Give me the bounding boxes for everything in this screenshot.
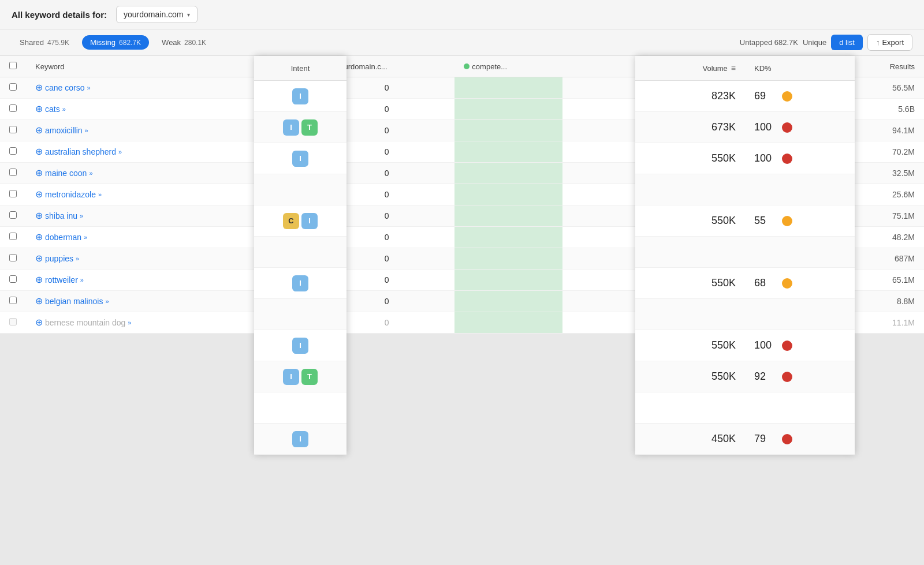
com-cell: 0.78 <box>784 248 848 270</box>
table-row: ⊕ amoxicillin »00.4894.1M <box>0 120 924 141</box>
kd-value-row: 100 <box>745 339 855 351</box>
main-container: All keyword details for: yourdomain.com … <box>0 0 924 565</box>
competitor-rank-cell <box>454 77 562 99</box>
row-checkbox[interactable] <box>9 297 17 304</box>
kd-difficulty-dot <box>782 341 792 351</box>
keyword-link[interactable]: ⊕ belgian malinois » <box>35 297 217 306</box>
intent-cell <box>226 163 319 184</box>
kd-value-row: 79 <box>745 433 855 445</box>
row-checkbox-cell <box>0 99 26 120</box>
export-label: Export <box>882 38 904 47</box>
competitor-rank-cell <box>454 120 562 141</box>
keyword-link[interactable]: ⊕ amoxicillin » <box>35 126 217 135</box>
export-icon: ↑ <box>876 38 880 47</box>
row-checkbox[interactable] <box>9 318 17 325</box>
competitor-rank-cell <box>454 248 562 270</box>
row-checkbox-cell <box>0 77 26 99</box>
row-checkbox[interactable] <box>9 83 17 91</box>
volume-cell <box>562 312 664 334</box>
yourdomain-rank-cell: 0 <box>319 227 455 248</box>
export-button[interactable]: ↑ Export <box>867 34 912 51</box>
volume-cell <box>562 270 664 291</box>
row-checkbox[interactable] <box>9 104 17 112</box>
header: All keyword details for: yourdomain.com … <box>0 0 924 29</box>
row-checkbox[interactable] <box>9 233 17 240</box>
com-cell: 0.58 <box>784 184 848 205</box>
intent-overlay-cell: I <box>254 330 346 361</box>
volume-cell <box>562 99 664 120</box>
col-com-header: Com. <box>784 56 848 77</box>
volume-cell <box>562 248 664 270</box>
vkd-overlay-row <box>635 392 855 424</box>
row-checkbox[interactable] <box>9 254 17 261</box>
volume-value: 550K <box>635 339 745 351</box>
select-all-checkbox[interactable] <box>9 62 17 69</box>
add-keyword-icon: ⊕ <box>35 275 43 285</box>
add-keyword-icon: ⊕ <box>35 318 43 327</box>
keyword-link[interactable]: ⊕ australian shepherd » <box>35 147 217 156</box>
kd-cell <box>663 163 784 184</box>
intent-badge-t: T <box>301 369 318 385</box>
table-wrapper: Keyword yourdomain.c... <box>0 56 924 334</box>
kd-number: 79 <box>754 433 777 445</box>
col-intent-header <box>226 56 319 77</box>
yourdomain-rank-cell: 0 <box>319 120 455 141</box>
competitor-rank-cell <box>454 141 562 163</box>
intent-badge-i: I <box>283 369 299 385</box>
keyword-text: cane corso <box>45 83 84 92</box>
kd-difficulty-dot <box>782 434 792 444</box>
row-checkbox[interactable] <box>9 275 17 283</box>
competitor-rank-cell <box>454 163 562 184</box>
row-checkbox[interactable] <box>9 169 17 176</box>
table-row: ⊕ metronidazole »00.5825.6M <box>0 184 924 205</box>
keyword-text: belgian malinois <box>45 297 103 306</box>
keyword-link[interactable]: ⊕ cats » <box>35 104 217 114</box>
intent-overlay-cell: I <box>254 424 346 455</box>
table-row: ⊕ belgian malinois »00.158.8M <box>0 291 924 312</box>
vkd-overlay-row: 450K79 <box>635 424 855 455</box>
keyword-chevron-icon: » <box>87 84 90 91</box>
col-results-header: Results <box>848 56 924 77</box>
intent-cell <box>226 77 319 99</box>
row-checkbox[interactable] <box>9 147 17 155</box>
table-row: ⊕ australian shepherd »00.170.2M <box>0 141 924 163</box>
keyword-link[interactable]: ⊕ maine coon » <box>35 169 217 178</box>
keyword-link[interactable]: ⊕ cane corso » <box>35 83 217 92</box>
yourdomain-legend: yourdomain.c... <box>328 62 446 71</box>
results-cell: 32.5M <box>848 163 924 184</box>
row-checkbox[interactable] <box>9 211 17 219</box>
volume-cell <box>562 163 664 184</box>
intent-badge-i: I <box>292 338 308 354</box>
intent-badge-i: I <box>292 431 308 447</box>
tab-shared[interactable]: Shared 475.9K <box>12 35 77 50</box>
add-list-button[interactable]: d list <box>831 35 863 50</box>
com-cell: 0.25 <box>784 270 848 291</box>
volume-cell <box>562 184 664 205</box>
keyword-cell: ⊕ rottweiler » <box>26 270 226 291</box>
keyword-text: puppies <box>45 254 73 263</box>
keyword-link[interactable]: ⊕ bernese mountain dog » <box>35 318 217 327</box>
intent-cell <box>226 141 319 163</box>
keyword-cell: ⊕ metronidazole » <box>26 184 226 205</box>
keyword-link[interactable]: ⊕ rottweiler » <box>35 275 217 285</box>
kd-cell <box>663 184 784 205</box>
keyword-link[interactable]: ⊕ metronidazole » <box>35 190 217 199</box>
keyword-link[interactable]: ⊕ puppies » <box>35 254 217 263</box>
keyword-text: metronidazole <box>45 190 96 199</box>
intent-cell <box>226 270 319 291</box>
competitor-legend: compete... <box>464 62 553 71</box>
com-cell: 0.02 <box>784 99 848 120</box>
kd-cell <box>663 270 784 291</box>
chevron-down-icon: ▾ <box>187 12 190 18</box>
row-checkbox-cell <box>0 205 26 227</box>
tab-missing[interactable]: Missing 682.7K <box>82 35 149 50</box>
row-checkbox[interactable] <box>9 190 17 197</box>
row-checkbox[interactable] <box>9 126 17 133</box>
tab-weak[interactable]: Weak 280.1K <box>154 35 214 50</box>
keyword-chevron-icon: » <box>89 170 92 177</box>
domain-dropdown[interactable]: yourdomain.com ▾ <box>116 6 198 23</box>
kd-cell <box>663 227 784 248</box>
keyword-link[interactable]: ⊕ shiba inu » <box>35 211 217 220</box>
keyword-link[interactable]: ⊕ doberman » <box>35 233 217 242</box>
com-cell: 0.01 <box>784 205 848 227</box>
